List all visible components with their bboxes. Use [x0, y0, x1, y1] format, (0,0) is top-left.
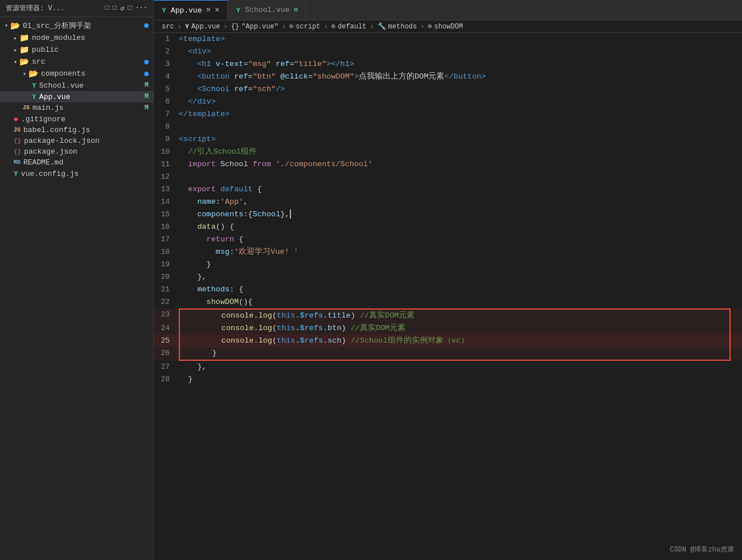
sidebar-item-folder-components[interactable]: ▾📂components — [0, 68, 153, 80]
collapse-icon[interactable]: □ — [128, 4, 132, 13]
folder-icon: 📁 — [19, 33, 29, 43]
sidebar-header-icons: □ □ ↺ □ ··· — [105, 4, 147, 13]
tab-label: School.vue — [245, 6, 289, 14]
sidebar-item-file-pkglock[interactable]: {}package-lock.json — [0, 135, 153, 146]
code-line: 10 //引入School组件 — [154, 146, 742, 158]
line-content: return { — [179, 233, 731, 246]
sidebar-item-file-app[interactable]: ⋎App.vueM — [0, 91, 153, 102]
modified-dot-badge — [144, 72, 149, 76]
json-file-icon: {} — [14, 149, 21, 155]
line-content: components:{School}, — [179, 208, 731, 221]
new-folder-icon[interactable]: □ — [113, 4, 117, 13]
sidebar-item-folder-public[interactable]: ▸📁public — [0, 44, 153, 56]
breadcrumb-script: script — [296, 23, 320, 31]
line-number: 8 — [154, 121, 179, 133]
sidebar-item-file-babel[interactable]: JSbabel.config.js — [0, 125, 153, 135]
line-content: <h1 v-text="msg" ref="title"></h1> — [179, 58, 731, 71]
refresh-icon[interactable]: ↺ — [120, 4, 124, 13]
tab-tab-app[interactable]: ⋎App.vueM× — [154, 0, 228, 20]
code-line: 19 } — [154, 258, 742, 271]
breadcrumb: src › ⋎ App.vue › {} "App.vue" › ⊙ scrip… — [154, 20, 742, 33]
code-editor[interactable]: 1<template>2 <div>3 <h1 v-text="msg" ref… — [154, 33, 742, 560]
sidebar-item-file-readme[interactable]: MDREADME.md — [0, 157, 153, 168]
folder-arrow-icon: ▸ — [14, 35, 17, 42]
sidebar-item-file-pkg[interactable]: {}package.json — [0, 146, 153, 157]
code-line: 25 console.log(this.$refs.sch) //School组… — [154, 335, 742, 347]
sidebar-item-label: package.json — [24, 147, 77, 156]
line-number: 24 — [154, 322, 179, 335]
folder-arrow-icon: ▸ — [14, 47, 17, 53]
breadcrumb-methods-icon: 🔧 — [378, 22, 386, 31]
sidebar-item-folder-node[interactable]: ▸📁node_modules — [0, 32, 153, 44]
code-line: 12 — [154, 171, 742, 183]
breadcrumb-sep6: › — [420, 23, 424, 31]
sidebar-item-label: package-lock.json — [24, 137, 100, 145]
line-number: 23 — [154, 308, 179, 321]
modified-m-badge: M — [145, 93, 149, 101]
sidebar-item-file-main[interactable]: JSmain.jsM — [0, 102, 153, 113]
line-number: 21 — [154, 283, 179, 296]
folder-icon: 📁 — [19, 45, 29, 55]
code-line: 15 components:{School}, — [154, 208, 742, 221]
tab-close-button[interactable]: × — [215, 6, 219, 15]
code-line: 9<script> — [154, 133, 742, 146]
sidebar-item-label: .gitignore — [21, 115, 65, 123]
folder-arrow-icon: ▾ — [23, 71, 26, 77]
more-icon[interactable]: ··· — [135, 4, 147, 13]
code-line: 28 } — [154, 373, 742, 386]
code-line: 21 methods: { — [154, 283, 742, 296]
watermark-text: CSDN @博客zhu虎康 — [670, 546, 734, 554]
folder-icon: 📂 — [28, 69, 38, 79]
vue-tab-icon: ⋎ — [236, 6, 240, 15]
sidebar-item-label: public — [32, 46, 59, 54]
sidebar-item-label: main.js — [32, 104, 64, 112]
md-file-icon: MD — [14, 159, 21, 166]
code-line: 8 — [154, 121, 742, 133]
line-number: 19 — [154, 258, 179, 271]
breadcrumb-vue-icon: ⋎ — [185, 22, 189, 31]
line-content: } — [179, 347, 731, 361]
line-content: <School ref="sch"/> — [179, 83, 731, 96]
breadcrumb-methods: methods — [388, 23, 417, 31]
sidebar-item-label: School.vue — [39, 81, 84, 90]
sidebar-item-file-gitignore[interactable]: ◆.gitignore — [0, 113, 153, 125]
sidebar-item-label: README.md — [23, 158, 63, 167]
line-number: 4 — [154, 71, 179, 83]
line-content: } — [179, 373, 731, 386]
breadcrumb-appvue2: "App.vue" — [241, 23, 278, 31]
sidebar-tree: ▾📂01_src_分析脚手架▸📁node_modules▸📁public▾📂sr… — [0, 17, 153, 560]
vue-tab-icon: ⋎ — [162, 6, 166, 15]
tab-tab-school[interactable]: ⋎School.vueM — [228, 0, 306, 20]
line-content: }, — [179, 271, 731, 283]
git-file-icon: ◆ — [14, 114, 18, 123]
sidebar-item-folder-01src[interactable]: ▾📂01_src_分析脚手架 — [0, 19, 153, 32]
line-number: 26 — [154, 347, 179, 360]
code-line: 5 <School ref="sch"/> — [154, 83, 742, 96]
text-cursor — [290, 209, 291, 219]
line-content: data() { — [179, 221, 731, 233]
new-file-icon[interactable]: □ — [105, 4, 109, 13]
sidebar-item-folder-src[interactable]: ▾📂src — [0, 56, 153, 68]
code-line: 20 }, — [154, 271, 742, 283]
line-content: } — [179, 258, 731, 271]
line-content: <script> — [179, 133, 731, 146]
folder-arrow-icon: ▾ — [5, 22, 8, 29]
line-number: 17 — [154, 233, 179, 246]
line-content: </div> — [179, 96, 731, 108]
code-line: 27 }, — [154, 361, 742, 373]
line-content: //引入School组件 — [179, 146, 731, 158]
code-line: 1<template> — [154, 33, 742, 46]
code-line: 24 console.log(this.$refs.btn) //真实DOM元素 — [154, 322, 742, 335]
line-content: console.log(this.$refs.btn) //真实DOM元素 — [179, 322, 731, 335]
modified-dot-badge — [144, 23, 149, 28]
code-line: 26 } — [154, 347, 742, 361]
sidebar-item-file-school[interactable]: ⋎School.vueM — [0, 80, 153, 91]
breadcrumb-sep1: › — [178, 23, 182, 31]
line-content: console.log(this.$refs.title) //真实DOM元素 — [179, 308, 731, 322]
sidebar-item-file-vue-config[interactable]: ⋎vue.config.js — [0, 168, 153, 179]
code-line: 4 <button ref="btn" @click="showDOM">点我输… — [154, 71, 742, 83]
modified-m-badge: M — [145, 104, 149, 112]
tabs-bar: ⋎App.vueM×⋎School.vueM — [154, 0, 742, 20]
sidebar-item-label: vue.config.js — [21, 170, 79, 178]
tab-modified-badge: M — [206, 7, 210, 14]
